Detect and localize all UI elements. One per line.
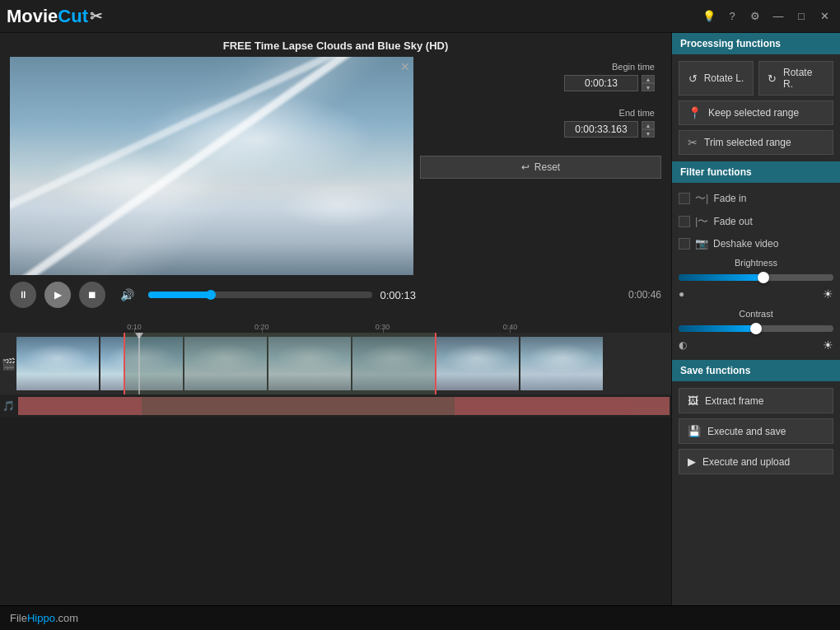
fade-out-row: |〜 Fade out (679, 212, 833, 231)
extract-frame-icon: 🖼 (688, 394, 698, 407)
begin-time-spinner[interactable]: ▲ ▼ (642, 75, 655, 91)
rotate-right-icon: ↻ (768, 72, 777, 85)
thumbnails-row (16, 334, 671, 394)
play-button[interactable]: ▶ (44, 282, 71, 308)
deshake-checkbox[interactable] (679, 238, 690, 250)
titlebar: MovieCut✂ 💡 ? ⚙ — □ ✕ (0, 0, 840, 33)
logo-movie: Movie (7, 6, 58, 27)
video-track[interactable]: 🎬 (0, 333, 671, 394)
video-title: FREE Time Lapse Clouds and Blue Sky (HD) (10, 40, 661, 52)
filter-functions-header: Filter functions (672, 161, 840, 183)
fade-out-label: Fade out (713, 216, 752, 227)
contrast-thumb[interactable] (750, 323, 762, 334)
contrast-section: Contrast ◐ ☀ (679, 307, 833, 353)
rotate-buttons-row: ↺ Rotate L. ↻ Rotate R. (679, 61, 833, 96)
bottom-domain: .com (55, 612, 78, 624)
close-button[interactable]: ✕ (815, 7, 833, 26)
timeline-area[interactable]: 0:10 0:20 0:30 0:40 🎬 (0, 315, 671, 605)
execute-save-icon: 💾 (688, 425, 701, 437)
timeline-ruler: 0:10 0:20 0:30 0:40 (0, 315, 671, 333)
deshake-icon: 📷 (695, 237, 708, 250)
extract-frame-label: Extract frame (705, 395, 763, 407)
end-time-value[interactable]: 0:00:33.163 (564, 121, 638, 138)
rotate-right-button[interactable]: ↻ Rotate R. (758, 61, 833, 96)
current-time: 0:00:13 (380, 289, 430, 301)
audio-waveform (18, 397, 670, 415)
rotate-left-icon: ↺ (688, 72, 698, 85)
end-time-down[interactable]: ▼ (642, 129, 655, 138)
extract-frame-button[interactable]: 🖼 Extract frame (679, 388, 833, 413)
thumbnail-4 (268, 337, 351, 390)
maximize-button[interactable]: □ (792, 7, 810, 26)
reset-button[interactable]: ↩ Reset (420, 156, 661, 179)
keep-range-icon: 📍 (688, 106, 702, 119)
pause-button[interactable]: ⏸ (10, 282, 36, 308)
video-frame[interactable]: ✕ (10, 57, 413, 275)
brightness-title: Brightness (679, 258, 833, 268)
end-time-group: End time 0:00:33.163 ▲ ▼ (420, 103, 661, 142)
help-button[interactable]: ? (723, 7, 741, 26)
brightness-low-icon: ● (679, 288, 684, 300)
end-time-up[interactable]: ▲ (642, 121, 655, 129)
begin-time-value[interactable]: 0:00:13 (564, 75, 638, 91)
execute-upload-label: Execute and upload (702, 456, 790, 468)
reset-container: ↩ Reset (420, 156, 661, 179)
left-panel: FREE Time Lapse Clouds and Blue Sky (HD)… (0, 33, 671, 605)
bottom-hippo: Hippo (27, 612, 55, 624)
reset-icon: ↩ (521, 161, 530, 173)
bottom-file: File (10, 612, 27, 624)
execute-upload-button[interactable]: ▶ Execute and upload (679, 449, 833, 474)
contrast-low-icon: ◐ (679, 339, 687, 351)
main-area: FREE Time Lapse Clouds and Blue Sky (HD)… (0, 33, 840, 605)
contrast-high-icon: ☀ (823, 338, 833, 352)
hint-button[interactable]: 💡 (700, 7, 718, 26)
settings-button[interactable]: ⚙ (746, 7, 764, 26)
contrast-icons: ◐ ☀ (679, 338, 833, 352)
fade-in-checkbox[interactable] (679, 193, 690, 204)
total-time: 0:00:46 (438, 289, 662, 301)
audio-track[interactable]: 🎵 (0, 394, 671, 418)
video-and-controls: ✕ Begin time 0:00:13 ▲ ▼ (10, 57, 661, 275)
fade-out-checkbox[interactable] (679, 216, 690, 227)
begin-time-down[interactable]: ▼ (642, 83, 655, 91)
progress-thumb[interactable] (206, 290, 216, 300)
progress-bar[interactable] (148, 292, 372, 298)
end-time-label: End time (427, 108, 655, 118)
video-container: FREE Time Lapse Clouds and Blue Sky (HD)… (0, 33, 671, 275)
thumbnail-3 (184, 337, 267, 390)
brightness-thumb[interactable] (758, 272, 769, 283)
rotate-right-label: Rotate R. (783, 67, 824, 90)
keep-selected-range-button[interactable]: 📍 Keep selected range (679, 100, 833, 125)
right-panel: Processing functions ↺ Rotate L. ↻ Rotat… (671, 33, 840, 605)
trim-selected-range-button[interactable]: ✂ Trim selected range (679, 130, 833, 155)
time-controls: Begin time 0:00:13 ▲ ▼ End time 0:00: (420, 57, 661, 275)
begin-time-up[interactable]: ▲ (642, 75, 655, 83)
playback-bar: ⏸ ▶ ⏹ 🔊 0:00:13 0:00:46 (0, 275, 671, 315)
execute-save-button[interactable]: 💾 Execute and save (679, 418, 833, 444)
reset-label: Reset (534, 161, 560, 173)
fade-out-icon: |〜 (695, 214, 708, 229)
thumbnail-6 (436, 337, 519, 390)
bottom-bar: FileHippo.com (0, 605, 840, 630)
stop-button[interactable]: ⏹ (79, 282, 105, 308)
close-video-button[interactable]: ✕ (400, 60, 410, 73)
keep-selected-range-label: Keep selected range (708, 107, 799, 119)
rotate-left-button[interactable]: ↺ Rotate L. (679, 61, 754, 96)
brightness-high-icon: ☀ (823, 287, 833, 301)
brightness-section: Brightness ● ☀ (679, 256, 833, 302)
trim-selected-range-label: Trim selected range (704, 137, 791, 148)
processing-functions-content: ↺ Rotate L. ↻ Rotate R. 📍 Keep selected … (672, 54, 840, 161)
video-track-icon: 🎬 (0, 357, 16, 371)
contrast-slider-container[interactable] (679, 322, 833, 335)
save-functions-content: 🖼 Extract frame 💾 Execute and save ▶ Exe… (672, 381, 840, 481)
brightness-slider-container[interactable] (679, 271, 833, 284)
window-controls: 💡 ? ⚙ — □ ✕ (700, 7, 833, 26)
save-functions-header: Save functions (672, 360, 840, 381)
execute-upload-icon: ▶ (688, 455, 696, 468)
bottom-text: FileHippo.com (10, 612, 78, 624)
volume-button[interactable]: 🔊 (114, 282, 140, 308)
logo-scissors: ✂ (90, 7, 102, 26)
end-time-spinner[interactable]: ▲ ▼ (642, 121, 655, 138)
minimize-button[interactable]: — (769, 7, 787, 26)
begin-time-group: Begin time 0:00:13 ▲ ▼ (420, 57, 661, 96)
